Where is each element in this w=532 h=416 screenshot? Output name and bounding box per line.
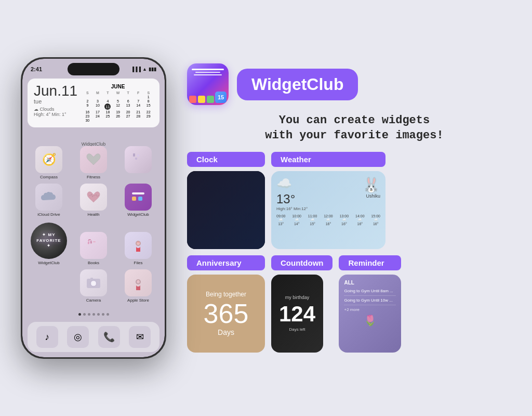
svg-point-14: [91, 281, 96, 285]
camera-label: Camera: [86, 298, 101, 303]
phone-notch: [68, 63, 119, 75]
reminder-badge: Reminder: [339, 255, 401, 270]
reminder-item-1: Going to Gym Until 8am ...: [344, 289, 396, 296]
battery-icon: ▮▮▮: [149, 67, 156, 72]
health-label: Health: [87, 212, 99, 217]
app-icloud[interactable]: iCloud Drive: [29, 184, 69, 217]
books-icon: [80, 232, 107, 259]
dock-phone[interactable]: 📞: [98, 326, 120, 348]
icloud-label: iCloud Drive: [37, 212, 60, 217]
weather-temp: 13°: [276, 192, 308, 206]
dock: ♪ ◎ 📞 ✉: [28, 322, 159, 352]
phone1-icon: [125, 146, 152, 173]
widgetclub-screen-icon: [125, 184, 152, 211]
calendar-date: Jun.11: [34, 84, 77, 98]
app-books[interactable]: Books: [73, 232, 114, 265]
svg-rect-15: [90, 278, 93, 279]
weather-time-2: 10:00☁️14°: [292, 214, 301, 226]
dot-3: [88, 313, 90, 316]
app-health[interactable]: Health: [73, 184, 114, 217]
weather-time-3: 11:00☁️15°: [308, 214, 317, 226]
countdown-unit: Days left: [289, 327, 305, 332]
dot-2: [83, 313, 86, 316]
calendar-widget[interactable]: Jun.11 tue ☁ Clouds High: 4° Min: 1° JUN…: [28, 79, 159, 127]
camera-icon: [80, 269, 107, 296]
app-name-badge: WidgetClub: [237, 69, 358, 100]
wifi-icon: ▲: [142, 67, 147, 72]
files-icon: [125, 232, 152, 259]
compass-icon: 🧭: [35, 146, 62, 173]
app-camera[interactable]: Camera: [73, 269, 114, 303]
dock-music[interactable]: ♪: [36, 326, 58, 348]
app-compass[interactable]: 🧭 Compass: [29, 146, 69, 179]
weather-location: Ushiku: [362, 193, 380, 199]
app-myfav[interactable]: ✦ MYFAVORITE✦ WidgetClub: [29, 223, 69, 265]
dock-mail[interactable]: ✉: [129, 326, 151, 348]
reminder-more: +2 more: [344, 307, 396, 312]
countdown-number: 124: [279, 303, 315, 325]
svg-rect-8: [93, 241, 96, 242]
calendar-right: JUNE SMTWTFS 1 2345678 9101112131415 161…: [83, 84, 153, 122]
clock-badge: Clock: [187, 152, 265, 167]
weather-badge: Weather: [271, 152, 385, 167]
app-row-4: Camera Apple Store: [29, 269, 158, 303]
app-icon-large: 15: [187, 63, 229, 105]
calendar-weather: ☁ Clouds High: 4° Min: 1°: [34, 107, 77, 117]
reminder-widget[interactable]: ALL Going to Gym Until 8am ... Going to …: [339, 275, 401, 353]
reminder-title: ALL: [344, 280, 396, 285]
svg-rect-1: [137, 154, 139, 157]
signal-icon: ▐▐▐: [131, 67, 141, 72]
myfav-label: WidgetClub: [38, 261, 59, 265]
weather-minmax: High:16° Min:12°: [276, 206, 308, 211]
dot-4: [92, 313, 95, 316]
clock-bg: [187, 171, 265, 249]
clock-widget[interactable]: 12 3 6 9: [187, 171, 265, 249]
widget-row-2: Anniversary Being together 365 Days Coun…: [187, 255, 522, 353]
widgetclub-screen-label2: WidgetClub: [127, 212, 149, 217]
svg-rect-7: [88, 240, 89, 241]
svg-point-11: [138, 242, 139, 243]
app-row-2: iCloud Drive Health: [29, 184, 158, 217]
app-fitness[interactable]: Fitness: [73, 146, 114, 179]
reminder-flower: 🌷: [344, 314, 396, 327]
countdown-col: Countdown my birthday 124 Days left: [271, 255, 332, 353]
app-phone1[interactable]: [118, 146, 158, 179]
weather-left: ☁️ 13° High:16° Min:12°: [276, 176, 308, 211]
bunny-decoration: 🐰: [362, 176, 380, 193]
applestore-label: Apple Store: [127, 298, 149, 303]
svg-point-18: [138, 280, 139, 282]
weather-widget[interactable]: ☁️ 13° High:16° Min:12° 🐰 Ushiku: [271, 171, 385, 249]
svg-rect-4: [132, 197, 136, 201]
weather-time-4: 12:00☁️16°: [324, 214, 333, 226]
weather-top: ☁️ 13° High:16° Min:12° 🐰 Ushiku: [276, 176, 380, 211]
app-widgetclub-screen[interactable]: WidgetClub: [118, 184, 158, 217]
weather-time-6: 14:00☁️16°: [355, 214, 365, 226]
svg-rect-0: [133, 153, 135, 157]
anniversary-label: Being together: [206, 291, 246, 298]
svg-rect-6: [88, 239, 91, 240]
calendar-left: Jun.11 tue ☁ Clouds High: 4° Min: 1°: [34, 84, 77, 122]
app-badge: 15: [215, 92, 227, 103]
widget-row-1: Clock: [187, 152, 522, 249]
app-applestore[interactable]: Apple Store: [118, 269, 158, 303]
dot-6: [102, 313, 104, 316]
phone-section: 2:41 ▐▐▐ ▲ ▮▮▮ Jun.11 tue ☁ Clouds Hig: [10, 57, 177, 359]
app-files[interactable]: Files: [118, 232, 158, 265]
tagline: You can create widgets with your favorit…: [187, 113, 522, 143]
app-name: WidgetClub: [251, 75, 343, 94]
phone-frame: 2:41 ▐▐▐ ▲ ▮▮▮ Jun.11 tue ☁ Clouds Hig: [21, 57, 166, 359]
anniversary-number: 365: [204, 300, 249, 327]
countdown-widget[interactable]: my birthday 124 Days left: [271, 275, 323, 353]
page-dots: [22, 313, 165, 316]
anniversary-widget[interactable]: Being together 365 Days: [187, 275, 265, 353]
tagline-text: You can create widgets with your favorit…: [187, 113, 522, 143]
calendar-grid: SMTWTFS 1 2345678 9101112131415 16171819…: [83, 91, 153, 122]
app-header: 15 WidgetClub: [187, 63, 522, 105]
dock-safari[interactable]: ◎: [67, 326, 89, 348]
dot-7: [107, 313, 109, 316]
cloud-icon: ☁️: [276, 176, 308, 191]
health-icon: [80, 184, 107, 211]
books-label: Books: [88, 261, 99, 265]
right-section: 15 WidgetClub You can create widgets wit…: [187, 63, 522, 352]
fitness-label: Fitness: [87, 175, 100, 179]
